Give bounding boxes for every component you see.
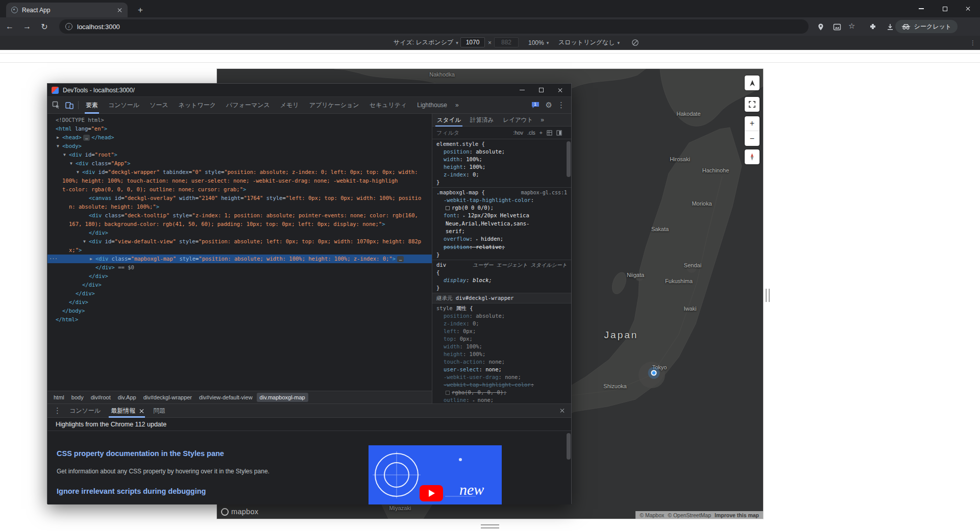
style-declaration[interactable]: font: ▸ 12px/20px Helvetica [432,212,571,220]
style-declaration[interactable]: -webkit-tap-highlight-color: [432,381,571,389]
viewport-resize-handle-right[interactable] [766,289,770,302]
location-icon[interactable] [817,23,825,31]
expand-arrow-icon[interactable]: ▶ [57,133,59,142]
tab-close-icon[interactable] [117,8,122,13]
viewport-resize-handle-bottom[interactable] [481,524,499,528]
dom-tree-node[interactable]: n: absolute; height: 100%;"> [47,203,432,211]
style-declaration[interactable]: z-index: 0; [432,320,571,327]
style-declaration[interactable]: left: 0px; [432,327,571,335]
attrib-osm-link[interactable]: © OpenStreetMap [668,512,711,518]
color-swatch[interactable] [446,206,450,210]
style-declaration[interactable]: z-index: 0; [432,171,571,179]
device-size-select[interactable]: サイズ: レスポンシブ▾ [394,36,458,49]
dom-tree-node[interactable]: ▼<div id="view-default-view" style="posi… [47,237,432,246]
dom-tree-node[interactable]: </div> [47,281,432,289]
throttling-select[interactable]: スロットリングなし▾ [558,36,620,49]
style-declaration[interactable]: width: 100%; [432,343,571,350]
style-declaration[interactable]: rgb(0 0 0/0); [432,204,571,212]
attrib-mapbox-link[interactable]: © Mapbox [640,512,664,518]
window-close-button[interactable] [957,0,980,17]
devtools-tab[interactable]: メモリ [275,97,304,114]
drawer-tab[interactable]: 最新情報 [106,404,148,418]
devtools-maximize-button[interactable] [539,88,544,92]
breadcrumb-item[interactable]: div#deckgl-wrapper [140,393,195,402]
more-sidebar-tabs-icon[interactable]: » [537,116,547,123]
breadcrumb-item[interactable]: div.mapboxgl-map [257,393,308,402]
style-declaration[interactable]: height: 100%; [432,163,571,171]
address-bar[interactable]: i localhost:3000 [59,19,808,34]
devtools-tab[interactable]: ネットワーク [174,97,221,114]
toggle-class-button[interactable]: .cls [527,130,535,136]
dom-tree-node[interactable]: 167, 180); background-color: rgb(41, 50,… [47,220,432,229]
style-declaration[interactable]: rgba(0, 0, 0, 0); [432,389,571,396]
dom-tree-node[interactable]: t-color: rgba(0, 0, 0, 0); outline: none… [47,185,432,194]
style-declaration[interactable]: Neue,Arial,Helvetica,sans- [432,220,571,227]
dom-tree-node[interactable]: </body> [47,307,432,315]
translate-icon[interactable] [833,23,841,31]
dom-tree-node[interactable]: </div> [47,272,432,281]
whats-new-item-2-link[interactable]: Ignore irrelevant scripts during debuggi… [57,487,206,495]
devtools-tab[interactable]: Lighthouse [412,97,452,114]
style-declaration[interactable]: .mapboxgl-map {mapbox-gl.css:1 [432,189,571,196]
collapse-arrow-icon[interactable]: ▼ [77,168,79,176]
devtools-tab[interactable]: ソース [144,97,174,114]
style-declaration[interactable]: } [432,251,571,259]
style-declaration[interactable]: 継承元 div#deckgl-wrapper [432,294,571,302]
improve-map-link[interactable]: Improve this map [715,512,759,518]
dom-tree-node[interactable]: ▶<head>…</head> [47,133,432,142]
download-icon[interactable] [886,23,894,31]
incognito-badge[interactable]: シークレット [895,20,958,33]
site-info-icon[interactable]: i [65,23,72,30]
zoom-select[interactable]: 100%▾ [528,36,549,49]
dom-tree-node[interactable]: </div> [47,229,432,237]
expand-arrow-icon[interactable]: ▶ [90,255,92,263]
bookmark-star-icon[interactable]: ☆ [848,21,855,31]
network-off-icon[interactable] [631,36,639,49]
devtools-tab[interactable]: セキュリティ [364,97,412,114]
style-declaration[interactable]: } [432,179,571,186]
tab-close-icon[interactable] [139,409,143,413]
dom-tree-node[interactable]: ▼<div class="App"> [47,159,432,168]
more-tabs-icon[interactable]: » [452,102,462,109]
drawer-scrollbar[interactable] [567,433,571,460]
forward-button[interactable]: → [19,19,35,34]
youtube-play-icon[interactable] [420,485,443,501]
drawer-tab[interactable]: コンソール [64,404,106,418]
stylesheet-source-link[interactable]: mapbox-gl.css:1 [521,189,567,196]
mapbox-logo[interactable]: mapbox [221,508,258,516]
new-tab-button[interactable]: + [134,4,147,17]
dom-tree-node[interactable]: <!DOCTYPE html> [47,116,432,124]
console-messages-badge[interactable]: 1 [531,102,541,109]
sidebar-tab[interactable]: レイアウト [498,114,537,127]
computed-panel-icon[interactable] [556,130,562,136]
style-declaration[interactable]: user-select: none; [432,366,571,373]
browser-tab[interactable]: React App [6,3,128,17]
breadcrumb-item[interactable]: html [51,393,67,402]
viewport-height-input[interactable] [494,37,519,47]
inspect-element-icon[interactable] [50,98,63,112]
style-declaration[interactable]: element.style { [432,140,571,148]
color-swatch[interactable] [446,391,450,395]
toggle-hover-state-button[interactable]: :hov [513,130,523,136]
device-toolbar-toggle-icon[interactable] [63,98,76,112]
collapse-arrow-icon[interactable]: ▼ [57,142,59,150]
style-declaration[interactable]: position: absolute; [432,312,571,320]
dom-tree-node[interactable]: ▼<body> [47,142,432,150]
style-declaration[interactable]: -webkit-user-drag: none; [432,373,571,381]
dom-tree-node[interactable]: <html lang="en"> [47,124,432,133]
style-declaration[interactable]: top: 0px; [432,335,571,343]
collapse-arrow-icon[interactable]: ▼ [63,150,66,159]
breadcrumb-item[interactable]: div.App [115,393,139,402]
style-declaration[interactable]: width: 100%; [432,156,571,163]
grid-icon[interactable] [547,130,552,136]
style-declaration[interactable]: { [432,269,571,276]
style-declaration[interactable]: divユーザー エージェント スタイルシート [432,261,571,269]
dom-tree-node[interactable]: <div class="deck-tooltip" style="z-index… [47,211,432,220]
devtools-tab[interactable]: コンソール [103,97,144,114]
sidebar-tab[interactable]: 計算済み [465,114,498,127]
style-declaration[interactable]: overflow: ▸ hidden; [432,235,571,243]
settings-gear-icon[interactable]: ⚙ [546,100,552,110]
style-declaration[interactable]: display: block; [432,276,571,284]
breadcrumb-item[interactable]: div#view-default-view [196,393,256,402]
dom-tree-node[interactable]: ▼<div id="root"> [47,150,432,159]
